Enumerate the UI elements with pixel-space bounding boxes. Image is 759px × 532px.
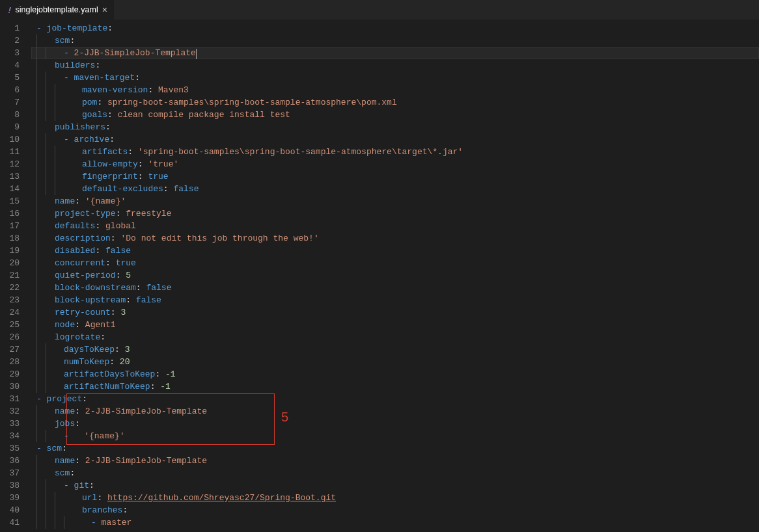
code-line[interactable]: url: https://github.com/Shreyasc27/Sprin… [31, 492, 759, 504]
code-line[interactable]: block-downstream: false [31, 282, 759, 294]
tab-bar: ! singlejobtemplate.yaml × [0, 0, 759, 20]
line-number: 2 [0, 34, 31, 47]
line-number: 21 [0, 269, 31, 282]
code-line[interactable]: maven-version: Maven3 [31, 84, 759, 96]
line-number: 41 [0, 516, 31, 529]
code-line[interactable]: - 2-JJB-SimpleJob-Template [31, 47, 759, 59]
code-line[interactable]: logrotate: [31, 331, 759, 343]
code-line[interactable]: node: Agent1 [31, 319, 759, 331]
code-line[interactable]: - scm: [31, 442, 759, 455]
code-line[interactable]: name: 2-JJB-SimpleJob-Template [31, 455, 759, 467]
line-number: 9 [0, 121, 31, 133]
line-number: 40 [0, 504, 31, 516]
code-line[interactable]: - job-template: [31, 22, 759, 34]
code-line[interactable]: project-type: freestyle [31, 207, 759, 220]
code-line[interactable]: artifactDaysToKeep: -1 [31, 368, 759, 380]
line-number: 3 [0, 47, 31, 59]
code-line[interactable]: publishers: [31, 121, 759, 133]
code-line[interactable]: daysToKeep: 3 [31, 343, 759, 356]
line-number: 16 [0, 207, 31, 220]
line-number: 24 [0, 306, 31, 319]
line-number: 30 [0, 380, 31, 393]
line-number: 31 [0, 393, 31, 405]
code-line[interactable]: disabled: false [31, 245, 759, 257]
code-line[interactable]: - project: [31, 393, 759, 405]
code-line[interactable]: pom: spring-boot-samples\spring-boot-sam… [31, 96, 759, 109]
line-number: 19 [0, 245, 31, 257]
code-line[interactable]: block-upstream: false [31, 294, 759, 306]
yaml-file-icon: ! [7, 5, 12, 15]
line-number: 25 [0, 319, 31, 331]
line-number: 36 [0, 455, 31, 467]
line-number: 29 [0, 368, 31, 380]
editor[interactable]: 1234567891011121314151617181920212223242… [0, 20, 759, 532]
line-number: 13 [0, 170, 31, 183]
line-number: 34 [0, 430, 31, 442]
line-number: 28 [0, 356, 31, 368]
code-line[interactable]: - archive: [31, 133, 759, 146]
line-number: 5 [0, 72, 31, 84]
line-number: 1 [0, 22, 31, 34]
code-line[interactable]: default-excludes: false [31, 183, 759, 195]
line-number: 18 [0, 232, 31, 245]
line-number: 17 [0, 220, 31, 232]
code-line[interactable]: jobs: [31, 418, 759, 430]
line-number: 26 [0, 331, 31, 343]
code-line[interactable]: - git: [31, 479, 759, 492]
line-number: 12 [0, 158, 31, 170]
line-number: 35 [0, 442, 31, 455]
code-line[interactable]: goals: clean compile package install tes… [31, 109, 759, 121]
code-line[interactable]: defaults: global [31, 220, 759, 232]
code-line[interactable]: scm: [31, 34, 759, 47]
close-icon[interactable]: × [102, 5, 107, 15]
line-number: 32 [0, 405, 31, 418]
line-number-gutter: 1234567891011121314151617181920212223242… [0, 20, 31, 532]
line-number: 39 [0, 492, 31, 504]
line-number: 33 [0, 418, 31, 430]
code-line[interactable]: fingerprint: true [31, 170, 759, 183]
line-number: 37 [0, 467, 31, 479]
code-line[interactable]: retry-count: 3 [31, 306, 759, 319]
line-number: 22 [0, 282, 31, 294]
line-number: 6 [0, 84, 31, 96]
line-number: 8 [0, 109, 31, 121]
code-line[interactable]: - '{name}' [31, 430, 759, 442]
code-line[interactable]: builders: [31, 59, 759, 72]
line-number: 27 [0, 343, 31, 356]
editor-tab[interactable]: ! singlejobtemplate.yaml × [0, 0, 115, 20]
line-number: 23 [0, 294, 31, 306]
code-line[interactable]: numToKeep: 20 [31, 356, 759, 368]
code-line[interactable]: artifactNumToKeep: -1 [31, 380, 759, 393]
line-number: 15 [0, 195, 31, 207]
code-line[interactable]: branches: [31, 504, 759, 516]
line-number: 20 [0, 257, 31, 269]
code-line[interactable]: - maven-target: [31, 72, 759, 84]
code-line[interactable]: - master [31, 516, 759, 529]
code-line[interactable]: concurrent: true [31, 257, 759, 269]
code-line[interactable]: scm: [31, 467, 759, 479]
code-line[interactable]: name: 2-JJB-SimpleJob-Template [31, 405, 759, 418]
code-line[interactable]: artifacts: 'spring-boot-samples\spring-b… [31, 146, 759, 158]
code-area[interactable]: 5 - job-template:scm:- 2-JJB-SimpleJob-T… [31, 20, 759, 532]
code-line[interactable]: description: 'Do not edit this job throu… [31, 232, 759, 245]
code-line[interactable]: name: '{name}' [31, 195, 759, 207]
line-number: 14 [0, 183, 31, 195]
code-line[interactable]: allow-empty: 'true' [31, 158, 759, 170]
code-line[interactable]: quiet-period: 5 [31, 269, 759, 282]
line-number: 7 [0, 96, 31, 109]
tab-filename: singlejobtemplate.yaml [16, 5, 98, 14]
line-number: 10 [0, 133, 31, 146]
text-cursor [196, 49, 197, 59]
line-number: 4 [0, 59, 31, 72]
line-number: 11 [0, 146, 31, 158]
line-number: 38 [0, 479, 31, 492]
